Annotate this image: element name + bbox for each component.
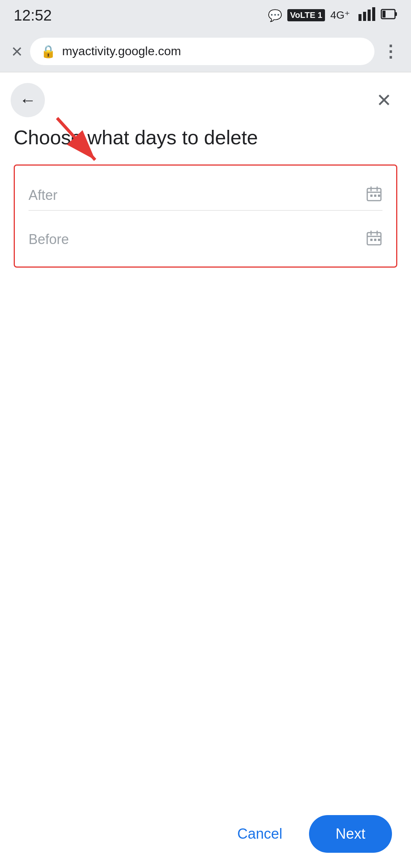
battery-icon [381,7,397,24]
svg-rect-2 [363,12,366,21]
status-bar: 12:52 💬 VoLTE 1 4G⁺ [0,0,411,30]
after-calendar-icon[interactable] [366,185,382,206]
svg-rect-7 [382,11,386,18]
cancel-button[interactable]: Cancel [226,818,294,850]
svg-rect-14 [370,195,373,197]
close-icon: ✕ [376,89,392,111]
svg-rect-15 [374,195,376,197]
page-title: Choose what days to delete [0,125,411,164]
network-icon: 4G⁺ [330,7,353,24]
before-label: Before [29,231,69,247]
top-nav: ← ✕ [0,72,411,125]
svg-rect-1 [358,14,362,21]
back-button[interactable]: ← [11,83,45,117]
volte-badge: VoLTE 1 [287,9,325,21]
next-button[interactable]: Next [309,815,392,853]
svg-text:4G⁺: 4G⁺ [330,9,350,21]
back-arrow-icon: ← [19,91,36,110]
before-date-field[interactable]: Before [29,222,382,254]
status-icons: 💬 VoLTE 1 4G⁺ [268,7,397,24]
status-time: 12:52 [14,7,52,24]
lock-icon: 🔒 [41,44,56,59]
whatsapp-icon: 💬 [268,9,282,22]
svg-rect-21 [370,239,373,241]
main-content: ← ✕ Choose what days to delete After [0,72,411,868]
before-calendar-icon[interactable] [366,230,382,250]
browser-close-button[interactable]: × [11,42,22,61]
browser-menu-button[interactable]: ⋮ [382,41,400,61]
svg-rect-3 [368,10,371,21]
browser-bar: × 🔒 myactivity.google.com ⋮ [0,30,411,72]
date-range-box: After Before [14,164,397,268]
svg-rect-6 [395,12,397,16]
svg-rect-16 [378,195,380,197]
svg-rect-22 [374,239,376,241]
close-button[interactable]: ✕ [371,87,397,113]
svg-rect-4 [372,7,375,21]
signal-icon [358,7,375,24]
svg-rect-23 [378,239,380,241]
url-bar[interactable]: 🔒 myactivity.google.com [30,38,374,65]
after-label: After [29,187,57,203]
bottom-bar: Cancel Next [0,799,411,868]
after-date-field[interactable]: After [29,178,382,211]
url-text: myactivity.google.com [62,44,181,58]
